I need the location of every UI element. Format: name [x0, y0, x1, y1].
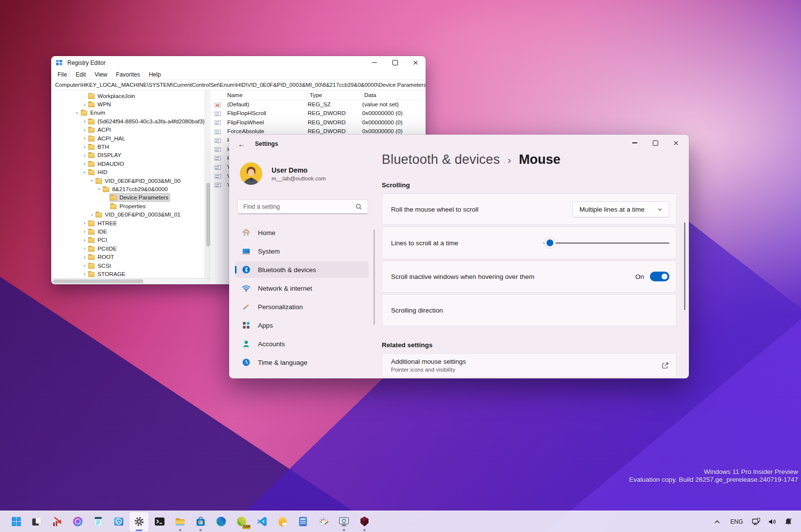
- sidebar-item-time-language[interactable]: Time & language: [235, 354, 369, 371]
- column-header-name[interactable]: Name: [215, 90, 308, 99]
- chevron-collapsed-icon[interactable]: ›: [81, 160, 88, 167]
- chevron-collapsed-icon[interactable]: ›: [89, 212, 95, 218]
- registry-tree-item-display[interactable]: ›DISPLAY: [51, 151, 205, 159]
- taskbar-icon-calculator[interactable]: [293, 512, 313, 532]
- scrollbar-thumb[interactable]: [206, 183, 210, 246]
- tray-overflow-button[interactable]: [711, 516, 723, 528]
- wheel-mode-dropdown[interactable]: Multiple lines at a time: [572, 201, 669, 217]
- registry-value-row[interactable]: ab(Default)REG_SZ(value not set): [211, 100, 426, 109]
- registry-tree-item-properties[interactable]: Properties: [51, 202, 205, 210]
- registry-titlebar[interactable]: Registry Editor: [51, 56, 426, 69]
- chevron-collapsed-icon[interactable]: ›: [81, 262, 88, 269]
- column-header-data[interactable]: Data: [362, 90, 426, 99]
- taskbar-icon-copilot[interactable]: [68, 512, 87, 532]
- additional-mouse-settings-row[interactable]: Additional mouse settings Pointer icons …: [382, 353, 677, 377]
- chevron-expanded-icon[interactable]: ›: [89, 177, 95, 184]
- registry-tree-item-hid[interactable]: ›HID: [51, 168, 205, 177]
- registry-address-bar[interactable]: Computer\HKEY_LOCAL_MACHINE\SYSTEM\Curre…: [51, 79, 426, 90]
- minimize-button[interactable]: [364, 56, 385, 69]
- sidebar-item-personalization[interactable]: Personalization: [235, 298, 369, 315]
- taskbar-icon-taskview[interactable]: [27, 512, 46, 532]
- taskbar-icon-weather[interactable]: [273, 512, 292, 532]
- column-header-type[interactable]: Type: [308, 90, 362, 99]
- taskbar-icon-edge[interactable]: [211, 512, 231, 532]
- sidebar-item-system[interactable]: System: [235, 243, 369, 259]
- registry-tree-item-scsi[interactable]: ›SCSI: [51, 261, 205, 270]
- notification-bell-icon[interactable]: z: [782, 516, 794, 528]
- registry-tree-item-device-parameters[interactable]: Device Parameters: [51, 194, 205, 202]
- chevron-collapsed-icon[interactable]: ›: [81, 237, 88, 243]
- menu-help[interactable]: Help: [144, 71, 165, 78]
- chevron-collapsed-icon[interactable]: ›: [81, 152, 88, 158]
- back-button[interactable]: ←: [238, 140, 245, 148]
- registry-tree-item-acpi[interactable]: ›ACPI: [51, 126, 205, 134]
- scrollbar-thumb[interactable]: [53, 279, 143, 283]
- registry-tree-item-wpn[interactable]: ›WPN: [51, 100, 205, 108]
- registry-tree-item-workplacejoin[interactable]: WorkplaceJoin: [51, 92, 205, 100]
- sidebar-item-accounts[interactable]: Accounts: [235, 335, 369, 352]
- registry-value-row[interactable]: 110011FlipFlopWheelREG_DWORD0x00000000 (…: [211, 118, 426, 127]
- registry-tree-item-bth[interactable]: ›BTH: [51, 142, 205, 151]
- chevron-collapsed-icon[interactable]: ›: [81, 245, 88, 252]
- taskbar-icon-paint[interactable]: [313, 512, 333, 532]
- registry-tree-item-vid-0e0f-pid-0003-mi-01[interactable]: ›VID_0E0F&PID_0003&MI_01: [51, 210, 205, 218]
- taskbar-icon-edgecanary[interactable]: CAN: [232, 512, 251, 532]
- chevron-collapsed-icon[interactable]: ›: [81, 127, 88, 133]
- sidebar-item-apps[interactable]: Apps: [235, 317, 369, 334]
- taskbar-icon-explorer[interactable]: [170, 512, 190, 532]
- taskbar-icon-start[interactable]: [6, 512, 26, 532]
- sidebar-item-network-internet[interactable]: Network & internet: [235, 280, 369, 296]
- language-indicator[interactable]: ENG: [727, 518, 746, 525]
- menu-file[interactable]: File: [53, 71, 71, 78]
- registry-value-row[interactable]: 110011FlipFlopHScrollREG_DWORD0x00000000…: [211, 109, 426, 118]
- registry-tree-item-hdaudio[interactable]: ›HDAUDIO: [51, 159, 205, 168]
- maximize-button[interactable]: [385, 56, 405, 69]
- lines-slider[interactable]: [544, 238, 669, 247]
- close-button[interactable]: [405, 56, 426, 69]
- menu-favorites[interactable]: Favorites: [112, 71, 144, 78]
- taskbar-icon-terminal[interactable]: [150, 512, 169, 532]
- chevron-collapsed-icon[interactable]: ›: [81, 144, 88, 150]
- chevron-expanded-icon[interactable]: ›: [96, 186, 102, 192]
- registry-tree-item-enum[interactable]: ›Enum: [51, 109, 205, 117]
- taskbar-icon-redarrow[interactable]: [47, 512, 67, 532]
- taskbar-icon-photos[interactable]: [109, 512, 128, 532]
- menu-view[interactable]: View: [90, 71, 112, 78]
- sidebar-scrollbar[interactable]: [373, 230, 375, 325]
- slider-track[interactable]: [544, 242, 669, 244]
- taskbar-icon-store[interactable]: [191, 512, 210, 532]
- taskbar-icon-vscode[interactable]: [252, 512, 272, 532]
- chevron-collapsed-icon[interactable]: ›: [81, 101, 88, 108]
- registry-tree-item-root[interactable]: ›ROOT: [51, 253, 205, 261]
- chevron-collapsed-icon[interactable]: ›: [81, 135, 88, 141]
- taskbar-icon-insider[interactable]: [354, 512, 374, 532]
- registry-tree-item-pci[interactable]: ›PCI: [51, 236, 205, 244]
- chevron-collapsed-icon[interactable]: ›: [81, 271, 88, 277]
- registry-tree-item-vid-0e0f-pid-0003-mi-00[interactable]: ›VID_0E0F&PID_0003&MI_00: [51, 177, 205, 185]
- chevron-collapsed-icon[interactable]: ›: [81, 254, 88, 260]
- chevron-expanded-icon[interactable]: ›: [74, 110, 80, 116]
- sidebar-item-bluetooth-devices[interactable]: Bluetooth & devices: [235, 261, 369, 278]
- inactive-scroll-toggle[interactable]: [650, 272, 669, 281]
- user-account[interactable]: User Demo m__lab@outlook.com: [240, 162, 326, 185]
- slider-thumb[interactable]: [547, 239, 553, 246]
- volume-icon[interactable]: [766, 516, 778, 528]
- registry-tree-item-storage[interactable]: ›STORAGE: [51, 270, 205, 278]
- chevron-collapsed-icon[interactable]: ›: [81, 220, 88, 226]
- settings-scrollbar[interactable]: [684, 222, 685, 310]
- menu-edit[interactable]: Edit: [71, 71, 90, 78]
- taskbar-icon-notepad[interactable]: [88, 512, 108, 532]
- chevron-collapsed-icon[interactable]: ›: [81, 118, 88, 124]
- sidebar-item-home[interactable]: Home: [235, 224, 369, 241]
- registry-tree-item-ide[interactable]: ›IDE: [51, 227, 205, 236]
- taskbar-icon-monitor[interactable]: [334, 512, 353, 532]
- registry-horizontal-scrollbar[interactable]: [51, 278, 211, 284]
- chevron-collapsed-icon[interactable]: ›: [81, 228, 88, 235]
- registry-tree-item-5d624f94-8850-40c3-a3fa-a4fd2080baf3[interactable]: ›{5d624f94-8850-40c3-a3fa-a4fd2080baf3}: [51, 117, 205, 125]
- breadcrumb-parent[interactable]: Bluetooth & devices: [382, 152, 500, 167]
- search-input[interactable]: Find a setting: [237, 199, 368, 214]
- registry-tree-item-8-217ccb29-0-0000[interactable]: ›8&217ccb29&0&0000: [51, 185, 205, 193]
- chevron-expanded-icon[interactable]: ›: [81, 169, 88, 176]
- network-icon[interactable]: [750, 516, 762, 528]
- taskbar-icon-settings[interactable]: [129, 512, 149, 532]
